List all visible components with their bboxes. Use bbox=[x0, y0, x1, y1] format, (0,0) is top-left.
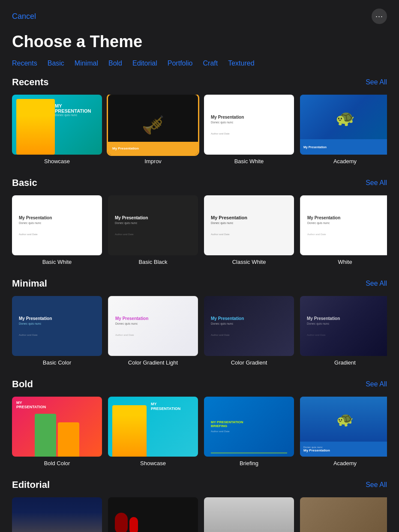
see-all-recents-button[interactable]: See All bbox=[366, 78, 387, 86]
minimal-cards-row: My Presentation Donec quis nunc Author a… bbox=[12, 296, 387, 366]
showcase-text: MYPRESENTATION Donec quis nunc bbox=[55, 103, 91, 117]
card-thumb-improv: 🎺 My Presentation bbox=[108, 95, 198, 155]
card-color-gradient[interactable]: My Presentation Donec quis nunc Author a… bbox=[204, 296, 294, 366]
w-author: Author and Date bbox=[307, 233, 383, 236]
academy-t1: My Presentation bbox=[303, 146, 327, 149]
cgl-author: Author and Date bbox=[115, 334, 191, 336]
gr-author: Author and Date bbox=[307, 334, 383, 336]
turtle-bg: 🐢 bbox=[300, 95, 387, 142]
showcase-t1: MYPRESENTATION bbox=[55, 103, 91, 114]
cw-author: Author and Date bbox=[211, 233, 287, 236]
section-header-editorial: Editorial See All bbox=[12, 479, 387, 490]
card-label-improv: Improv bbox=[108, 158, 198, 164]
see-all-minimal-button[interactable]: See All bbox=[366, 280, 387, 287]
card-basic-color[interactable]: My Presentation Donec quis nunc Author a… bbox=[12, 296, 102, 366]
bb-sub: Donec quis nunc bbox=[115, 221, 191, 224]
card-label-cg: Color Gradient bbox=[204, 359, 294, 366]
section-editorial: Editorial See All My Presentation Donec … bbox=[0, 479, 399, 532]
card-academy-recent[interactable]: 🐢 My Presentation Academy bbox=[300, 95, 387, 164]
card-thumb-showcase: MYPRESENTATION Donec quis nunc bbox=[12, 95, 102, 155]
card-thumb-cg: My Presentation Donec quis nunc Author a… bbox=[204, 296, 294, 356]
tab-basic[interactable]: Basic bbox=[48, 59, 64, 68]
card-thumb-basic-white: My Presentation Donec quis nunc Author a… bbox=[12, 195, 102, 255]
card-editorial-4[interactable]: My Presentation My Presentation bbox=[300, 497, 387, 532]
bold-color-people bbox=[35, 414, 79, 457]
bc-title: My Presentation bbox=[19, 316, 95, 321]
card-label-basic-white: Basic White bbox=[12, 259, 102, 265]
bb-author: Author and Date bbox=[115, 233, 191, 236]
tab-editorial[interactable]: Editorial bbox=[132, 59, 157, 68]
tab-craft[interactable]: Craft bbox=[203, 59, 218, 68]
bw-sub: Donec quis nunc bbox=[211, 121, 287, 124]
card-classic-white[interactable]: My Presentation Donec quis nunc Author a… bbox=[204, 195, 294, 265]
briefing-text: MY PRESENTATIONBriefing bbox=[211, 421, 287, 428]
section-basic: Basic See All My Presentation Donec quis… bbox=[0, 177, 399, 278]
bw2-sub: Donec quis nunc bbox=[19, 221, 95, 224]
card-thumb-basic-color: My Presentation Donec quis nunc Author a… bbox=[12, 296, 102, 356]
card-label-gradient: Gradient bbox=[300, 359, 387, 366]
card-bold-academy[interactable]: 🐢 Donec quis nunc My Presentation Academ… bbox=[300, 397, 387, 466]
card-improv[interactable]: 🎺 My Presentation Improv bbox=[108, 95, 198, 164]
card-label-academy: Academy bbox=[300, 158, 387, 164]
nav-tabs: Recents Basic Minimal Bold Editorial Por… bbox=[0, 59, 399, 77]
bc-author: Author and Date bbox=[19, 334, 95, 336]
card-basic-black[interactable]: My Presentation Donec quis nunc Author a… bbox=[108, 195, 198, 265]
more-options-button[interactable]: ··· bbox=[372, 9, 387, 24]
card-editorial-1[interactable]: My Presentation Donec quis nunc bbox=[12, 497, 102, 532]
card-thumb-editorial-1: My Presentation Donec quis nunc bbox=[12, 497, 102, 532]
briefing-sub: Author and Date bbox=[211, 430, 287, 433]
cancel-button[interactable]: Cancel bbox=[12, 12, 36, 21]
card-label-white: White bbox=[300, 259, 387, 265]
showcase-person bbox=[16, 99, 55, 155]
card-white[interactable]: My Presentation Donec quis nunc Author a… bbox=[300, 195, 387, 265]
tab-portfolio[interactable]: Portfolio bbox=[168, 59, 193, 68]
section-header-basic: Basic See All bbox=[12, 177, 387, 188]
see-all-basic-button[interactable]: See All bbox=[366, 179, 387, 187]
see-all-bold-button[interactable]: See All bbox=[366, 380, 387, 388]
card-basic-white[interactable]: My Presentation Donec quis nunc Author a… bbox=[12, 195, 102, 265]
tab-textured[interactable]: Textured bbox=[228, 59, 254, 68]
card-editorial-3[interactable]: My Presentation My Presentation bbox=[204, 497, 294, 532]
card-label-classic-white: Classic White bbox=[204, 259, 294, 265]
card-thumb-gradient: My Presentation Donec quis nunc Author a… bbox=[300, 296, 387, 356]
cg-author: Author and Date bbox=[211, 334, 287, 336]
card-bold-color[interactable]: MYPRESENTATION Bold Color bbox=[12, 397, 102, 466]
card-thumb-basic-white-recent: My Presentation Donec quis nunc Author a… bbox=[204, 95, 294, 155]
tab-minimal[interactable]: Minimal bbox=[75, 59, 98, 68]
bw-title: My Presentation bbox=[211, 115, 287, 120]
card-label-cgl: Color Gradient Light bbox=[108, 359, 198, 366]
tab-recents[interactable]: Recents bbox=[12, 59, 37, 68]
card-thumb-academy: 🐢 My Presentation bbox=[300, 95, 387, 155]
card-thumb-bold-color: MYPRESENTATION bbox=[12, 397, 102, 457]
gr-title: My Presentation bbox=[307, 316, 383, 321]
basic-cards-row: My Presentation Donec quis nunc Author a… bbox=[12, 195, 387, 265]
section-title-recents: Recents bbox=[12, 77, 49, 88]
card-label-bold-academy: Academy bbox=[300, 460, 387, 466]
section-bold: Bold See All MYPRESENTATION Bold Color M… bbox=[0, 379, 399, 479]
recents-cards-row: MYPRESENTATION Donec quis nunc Showcase … bbox=[12, 95, 387, 164]
card-briefing[interactable]: MY PRESENTATIONBriefing Author and Date … bbox=[204, 397, 294, 466]
card-color-gradient-light[interactable]: My Presentation Donec quis nunc Author a… bbox=[108, 296, 198, 366]
see-all-editorial-button[interactable]: See All bbox=[366, 481, 387, 489]
card-showcase-recent[interactable]: MYPRESENTATION Donec quis nunc Showcase bbox=[12, 95, 102, 164]
shape2 bbox=[129, 517, 138, 532]
card-gradient[interactable]: My Presentation Donec quis nunc Author a… bbox=[300, 296, 387, 366]
cw-sub: Donec quis nunc bbox=[211, 221, 287, 224]
shape1 bbox=[115, 513, 128, 532]
card-label-bold-color: Bold Color bbox=[12, 460, 102, 466]
card-basic-white-recent[interactable]: My Presentation Donec quis nunc Author a… bbox=[204, 95, 294, 164]
card-label-basic-white-recent: Basic White bbox=[204, 158, 294, 164]
card-thumb-bold-academy: 🐢 Donec quis nunc My Presentation bbox=[300, 397, 387, 457]
improv-label: My Presentation bbox=[112, 146, 139, 150]
bold-cards-row: MYPRESENTATION Bold Color MYPRESENTATION… bbox=[12, 397, 387, 466]
bb-title: My Presentation bbox=[115, 215, 191, 220]
card-thumb-white: My Presentation Donec quis nunc Author a… bbox=[300, 195, 387, 255]
section-header-bold: Bold See All bbox=[12, 379, 387, 390]
bw2-author: Author and Date bbox=[19, 233, 95, 236]
card-editorial-2[interactable]: My Presentation My Presentation bbox=[108, 497, 198, 532]
card-bold-showcase[interactable]: MYPRESENTATION Showcase bbox=[108, 397, 198, 466]
person1 bbox=[35, 414, 56, 457]
w-title: My Presentation bbox=[307, 215, 383, 220]
tab-bold[interactable]: Bold bbox=[108, 59, 122, 68]
building-visual bbox=[12, 512, 102, 532]
